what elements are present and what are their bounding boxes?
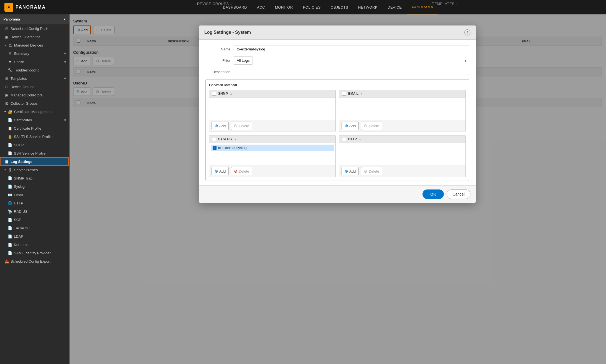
sidebar-item-label: SNMP Trap	[14, 176, 32, 180]
sidebar-item-scheduled-config-push[interactable]: ⊞ Scheduled Config Push	[0, 24, 69, 33]
http-panel-footer: ⊕ Add ⊖ Delete	[339, 165, 465, 177]
sidebar-item-certificate-profile[interactable]: 📋 Certificate Profile	[0, 124, 69, 132]
name-input[interactable]	[234, 45, 469, 53]
syslog-item-checkbox[interactable]: ✓	[213, 146, 217, 150]
http-icon: 🌐	[8, 201, 12, 205]
sidebar-item-server-profiles[interactable]: ▾ 🗄 Server Profiles	[0, 166, 69, 174]
email-panel-header: EMAIL ∧	[339, 90, 465, 98]
syslog-item-label: to-external-syslog	[218, 146, 247, 150]
description-input[interactable]	[234, 68, 469, 76]
sidebar-item-ssl-tls[interactable]: 🔒 SSL/TLS Service Profile	[0, 132, 69, 141]
nav-item-device[interactable]: DEVICE	[383, 0, 407, 14]
http-checkbox[interactable]	[342, 137, 346, 141]
sidebar-item-certificate-management[interactable]: ▾ 🔐 Certificate Management	[0, 107, 69, 116]
sidebar-item-device-groups[interactable]: ⊟ Device Groups	[0, 83, 69, 91]
sidebar-item-label: TACACS+	[14, 226, 30, 230]
sidebar-item-scp[interactable]: 📄 SCP	[0, 216, 69, 224]
folder-icon: 🗀	[8, 43, 12, 47]
plus-icon: ⊕	[215, 123, 218, 128]
sidebar-item-label: Certificates	[14, 118, 32, 122]
nav-item-network[interactable]: NETWORK	[353, 0, 383, 14]
sidebar-item-scep[interactable]: 📄 SCEP	[0, 141, 69, 149]
cert2-icon: 📄	[8, 118, 12, 122]
sidebar-item-collector-groups[interactable]: ⊠ Collector Groups	[0, 99, 69, 107]
sidebar-item-snmp-trap[interactable]: 📄 SNMP Trap	[0, 174, 69, 182]
cancel-button[interactable]: Cancel	[447, 189, 470, 199]
serverprofile-icon: 🗄	[8, 168, 12, 172]
minus-icon: ⊖	[234, 123, 238, 128]
sidebar-item-label: Device Quarantine	[11, 35, 40, 39]
modal-overlay: Log Settings - System ? Name Filter	[69, 14, 606, 364]
syslog-panel-title: SYSLOG	[218, 137, 232, 141]
syslog-panel-footer: ⊕ Add ⊖ Delete	[209, 165, 335, 177]
sidebar-item-troubleshooting[interactable]: 🔧 Troubleshooting	[0, 66, 69, 74]
snmp-checkbox[interactable]	[212, 92, 216, 96]
sidebar-item-log-settings[interactable]: 📋 Log Settings	[0, 157, 69, 166]
sidebar-item-certificates[interactable]: 📄 Certificates	[0, 116, 69, 124]
syslog-delete-button[interactable]: ⊖ Delete	[231, 167, 252, 175]
log-settings-modal: Log Settings - System ? Name Filter	[199, 25, 476, 203]
sidebar-item-managed-devices[interactable]: ▾ 🗀 Managed Devices	[0, 41, 69, 49]
plus-icon: ⊕	[345, 169, 348, 174]
sidebar-item-saml[interactable]: 📄 SAML Identity Provider	[0, 249, 69, 257]
nav-item-dashboard[interactable]: DASHBOARD	[218, 0, 252, 14]
syslog-checkbox[interactable]	[212, 137, 216, 141]
syslog-row-item[interactable]: ✓ to-external-syslog	[211, 145, 334, 151]
sidebar-item-ssh-service-profile[interactable]: 📄 SSH Service Profile	[0, 149, 69, 157]
sidebar-item-kerberos[interactable]: 📄 Kerberos	[0, 240, 69, 249]
minus-icon: ⊖	[234, 169, 238, 174]
syslog-icon: 📄	[8, 184, 12, 189]
nav-item-policies[interactable]: POLICIES	[298, 0, 326, 14]
sidebar-item-health[interactable]: ♥ Health	[0, 58, 69, 66]
sidebar-item-label: Certificate Profile	[14, 126, 41, 130]
syslog-add-button[interactable]: ⊕ Add	[212, 167, 229, 175]
filter-select[interactable]: All Logs Custom	[234, 57, 253, 65]
app-title: PANORAMA	[16, 5, 46, 10]
ok-button[interactable]: OK	[422, 189, 444, 199]
snmp-delete-button[interactable]: ⊖ Delete	[231, 122, 252, 130]
sidebar-item-templates[interactable]: ⊞ Templates	[0, 74, 69, 83]
expand-arrow-icon: ▾	[4, 168, 6, 171]
nav-item-objects[interactable]: OBJECTS	[326, 0, 353, 14]
cert-icon: 🔐	[8, 109, 12, 114]
sidebar-item-label: Managed Devices	[14, 43, 43, 47]
help-button[interactable]: ?	[464, 29, 470, 35]
email-checkbox[interactable]	[342, 92, 346, 96]
sidebar-item-label: Collector Groups	[11, 101, 38, 106]
syslog-panel: SYSLOG ∧ ✓ to-external-syslog	[209, 135, 336, 177]
grid-icon: ⊞	[4, 26, 9, 31]
email-add-button[interactable]: ⊕ Add	[342, 122, 359, 130]
http-add-button[interactable]: ⊕ Add	[342, 167, 359, 175]
grid2-icon: ⊟	[8, 51, 12, 56]
screen-icon: ▣	[4, 35, 9, 39]
sidebar-item-label: SSH Service Profile	[14, 151, 45, 155]
sidebar-item-label: Summary	[14, 52, 29, 56]
email-delete-button[interactable]: ⊖ Delete	[361, 122, 382, 130]
sort-icon: ∧	[359, 138, 361, 141]
sidebar-item-label: SCP	[14, 218, 21, 222]
tacacs-icon: 📄	[8, 226, 12, 230]
sidebar-context-dropdown[interactable]: Panorama ▾	[0, 14, 69, 24]
sort-icon: ∧	[234, 138, 236, 141]
sidebar-item-device-quarantine[interactable]: ▣ Device Quarantine	[0, 33, 69, 41]
sidebar-item-managed-collectors[interactable]: ▣ Managed Collectors	[0, 91, 69, 99]
nav-item-acc[interactable]: ACC	[252, 0, 270, 14]
sidebar-item-scheduled-config-export[interactable]: 📤 Scheduled Config Export	[0, 257, 69, 265]
sidebar-item-email[interactable]: 📧 Email	[0, 191, 69, 199]
ldap-icon: 📄	[8, 234, 12, 239]
snmp-add-button[interactable]: ⊕ Add	[212, 122, 229, 130]
nav-item-monitor[interactable]: MONITOR	[270, 0, 298, 14]
sidebar-item-summary[interactable]: ⊟ Summary	[0, 49, 69, 58]
sidebar-item-ldap[interactable]: 📄 LDAP	[0, 232, 69, 240]
http-delete-button[interactable]: ⊖ Delete	[361, 167, 382, 175]
ssh-icon: 📄	[8, 151, 12, 155]
sidebar-item-http[interactable]: 🌐 HTTP	[0, 199, 69, 207]
name-label: Name	[205, 47, 230, 51]
sidebar-item-tacacs[interactable]: 📄 TACACS+	[0, 224, 69, 232]
syslog-panel-body: ✓ to-external-syslog	[209, 143, 335, 165]
email-panel-title: EMAIL	[348, 92, 358, 96]
sidebar-item-radius[interactable]: 📡 RADIUS	[0, 207, 69, 216]
sidebar-item-syslog[interactable]: 📄 Syslog	[0, 182, 69, 191]
modal-body: Name Filter All Logs Custom ▾	[199, 40, 476, 185]
sidebar-item-label: Templates	[11, 76, 27, 81]
